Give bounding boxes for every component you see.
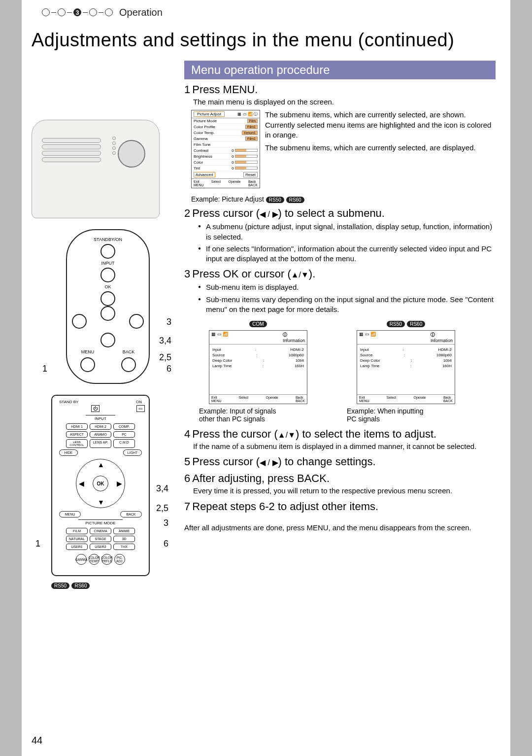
model-badges: RS50 RS60	[51, 581, 169, 590]
remote-callout-6: 6	[164, 539, 168, 549]
step-4-heading: 4Press the cursor (▲/▼) to select the it…	[184, 428, 496, 441]
cinema-button[interactable]: CINEMA	[90, 528, 111, 534]
stage-button[interactable]: STAGE	[90, 536, 111, 542]
standby-label: STANDBY/ON	[67, 237, 149, 242]
rs50-badge: RS50	[387, 321, 405, 327]
page-title: Adjustments and settings in the menu (co…	[22, 25, 510, 61]
hdmi2-button[interactable]: HDMI 2	[90, 423, 111, 430]
step-indicator-3: 3	[73, 8, 81, 16]
step-1-heading: 1Press MENU.	[184, 83, 496, 96]
comp-button[interactable]: COMP.	[113, 423, 135, 430]
remote-dpad: ▲ ▼ ◀ ▶ OK	[76, 459, 125, 508]
breadcrumb: 3 Operation	[22, 0, 510, 25]
section-name: Operation	[119, 7, 163, 18]
page-number: 44	[32, 735, 42, 746]
ok-button[interactable]	[100, 291, 115, 306]
user1-button[interactable]: USER1	[66, 544, 88, 550]
color-profile-button[interactable]: COLOR PRFLE	[101, 554, 112, 565]
natural-button[interactable]: NATURAL	[66, 536, 88, 542]
step-3-bullet-1: Sub-menu item is displayed.	[198, 282, 496, 292]
light-button[interactable]: LIGHT	[123, 449, 142, 456]
standby-label: STAND BY	[59, 400, 78, 404]
gamma-button[interactable]: GAMMA	[76, 554, 87, 565]
step-1-sub: The main menu is displayed on the screen…	[193, 97, 496, 107]
back-label: BACK	[123, 349, 135, 354]
remote-ok-button[interactable]: OK	[93, 476, 108, 491]
pic-adj-button[interactable]: PIC. ADJ.	[114, 554, 125, 565]
rs60-badge: RS60	[407, 321, 425, 327]
remote-callout-1: 1	[35, 539, 40, 549]
closing-note: After all adjustments are done, press ME…	[184, 523, 496, 533]
menu-label: MENU	[81, 349, 95, 354]
osd-title: Picture Adjust	[194, 111, 225, 117]
callout-34: 3,4	[159, 336, 171, 346]
cursor-up-icon[interactable]: ▲	[98, 461, 104, 469]
picture-mode-label: PICTURE MODE	[78, 519, 123, 525]
info-screen-com: ▦ ▭ 📶ⓘInformation Input:HDMI-2 Source:10…	[209, 330, 307, 404]
remote-callout-25: 2,5	[156, 503, 168, 514]
cursor-up-button[interactable]	[100, 306, 115, 321]
step-2-bullet-2: If one selects "Information", informatio…	[198, 244, 496, 264]
section-heading: Menu operation procedure	[184, 61, 496, 79]
remote-input-label: INPUT	[86, 415, 115, 421]
step-6-heading: 6After adjusting, press BACK.	[184, 472, 496, 485]
projector-control-panel: STANDBY/ON INPUT OK 3 3,4 2,5 MENU BACK	[66, 229, 150, 384]
rs50-badge: RS50	[51, 583, 69, 589]
step-4-sub: If the name of a submenu item is display…	[193, 442, 496, 451]
on-icon[interactable]: ▭	[136, 405, 145, 412]
example-label-1: Example: Picture Adjust RS50 RS60	[191, 195, 496, 203]
step-2-bullet-1: A submenu (picture adjust, input signal,…	[198, 222, 496, 242]
remote-callout-34: 3,4	[156, 483, 168, 494]
remote-control: STAND BY ON ⏻ ▭ INPUT HDMI 1 HDMI 2 COMP…	[51, 395, 150, 576]
remote-back-button[interactable]: BACK	[120, 511, 142, 517]
thx-button[interactable]: THX	[113, 544, 135, 550]
callout-6: 6	[166, 364, 171, 374]
callout-text-2: The submenu items, which are currently s…	[265, 143, 496, 153]
cursor-left-icon[interactable]: ◀	[79, 480, 84, 487]
callout-1: 1	[42, 364, 47, 374]
step-7-heading: 7Repeat steps 6-2 to adjust other items.	[184, 500, 496, 513]
callout-25: 2,5	[159, 352, 171, 363]
lens-control-button[interactable]: LENS CONTROL	[66, 439, 88, 448]
remote-menu-button[interactable]: MENU	[59, 511, 81, 517]
standby-icon[interactable]: ⏻	[91, 405, 100, 412]
standby-button[interactable]	[100, 244, 115, 259]
cmd-button[interactable]: C.M.D	[113, 439, 135, 448]
cursor-down-button[interactable]	[100, 333, 115, 347]
step-5-heading: 5Press cursor (◀ / ▶) to change settings…	[184, 455, 496, 468]
cursor-down-icon[interactable]: ▼	[98, 498, 104, 506]
hide-button[interactable]: HIDE	[59, 449, 78, 456]
aspect-button[interactable]: ASPECT	[66, 431, 88, 438]
pc-button[interactable]: PC	[113, 431, 135, 438]
step-3-heading: 3Press OK or cursor (▲/▼).	[184, 268, 496, 280]
input-label: INPUT	[67, 261, 149, 266]
cursor-left-button[interactable]	[72, 314, 87, 329]
remote-callout-3: 3	[164, 518, 168, 528]
panel-back-button[interactable]	[121, 357, 136, 372]
3d-button[interactable]: 3D	[113, 536, 135, 542]
callout-3: 3	[166, 317, 171, 327]
callout-text-1: The submenu items, which are currently s…	[265, 110, 496, 140]
user2-button[interactable]: USER2	[90, 544, 111, 550]
color-temp-button[interactable]: COLOR TEMP	[89, 554, 100, 565]
on-label: ON	[136, 400, 142, 404]
ok-label: OK	[67, 284, 149, 289]
panel-menu-button[interactable]	[80, 357, 95, 372]
anime-button[interactable]: ANIME	[113, 528, 135, 534]
step-6-sub: Every time it is pressed, you will retur…	[193, 486, 496, 496]
rs60-badge: RS60	[71, 583, 90, 589]
step-2-heading: 2Press cursor (◀ / ▶) to select a submen…	[184, 207, 496, 220]
lens-ap-button[interactable]: LENS AP.	[90, 439, 111, 448]
cursor-right-icon[interactable]: ▶	[117, 480, 122, 487]
info-caption-2: Example: When inputtingPC signals	[347, 407, 465, 423]
anamo-button[interactable]: ANAMO	[90, 431, 111, 438]
projector-illustration	[32, 120, 160, 218]
info-screen-rs: ▦ ▭ 📶ⓘInformation Input:HDMI-2 Source:10…	[357, 330, 455, 404]
step-3-bullet-2: Sub-menu items vary depending on the inp…	[198, 295, 496, 315]
cursor-right-button[interactable]	[129, 314, 144, 329]
hdmi1-button[interactable]: HDMI 1	[66, 423, 88, 430]
com-badge: COM	[249, 321, 266, 327]
film-button[interactable]: FILM	[66, 528, 88, 534]
osd-menu-example: Picture Adjust▦ ▭ 📶 ⓘ Picture ModeFilm C…	[191, 110, 260, 188]
input-button[interactable]	[100, 268, 115, 282]
